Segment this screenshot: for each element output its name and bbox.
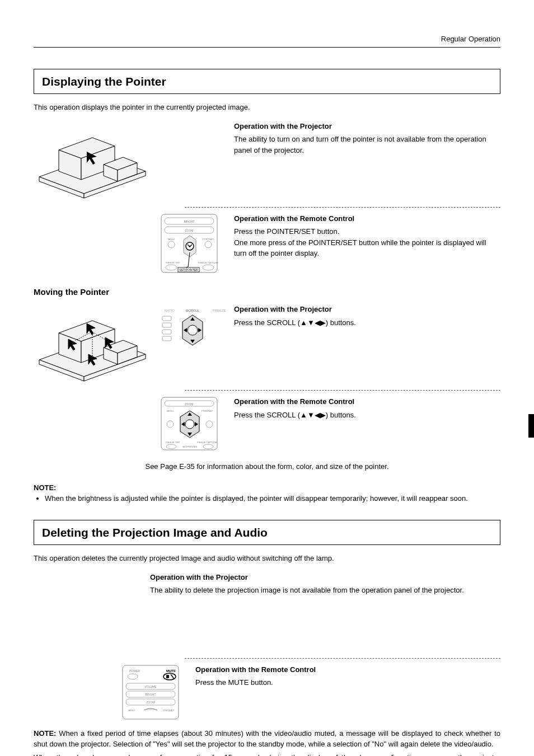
s1-remote-head: Operation with the Remote Control bbox=[234, 213, 500, 224]
section1-title-box: Displaying the Pointer bbox=[34, 69, 500, 95]
arrow-glyphs-2: ▲▼◀▶ bbox=[300, 411, 326, 419]
section2-intro: This operation deletes the currently pro… bbox=[34, 553, 500, 564]
page-header: Regular Operation bbox=[34, 34, 500, 48]
note2-p1: NOTE: When a fixed period of time elapse… bbox=[34, 728, 500, 750]
dashed-separator bbox=[185, 207, 500, 208]
projector-panel-scroll-illustration: RATIO FREEZE SCROLL bbox=[159, 304, 226, 360]
dashed-separator-3 bbox=[185, 658, 500, 659]
svg-text:FREEZE CAPTURE: FREEZE CAPTURE bbox=[197, 441, 217, 444]
mp-post: ) buttons. bbox=[326, 318, 356, 327]
s1-remote-body1: Press the POINTER/SET button. bbox=[234, 226, 500, 237]
remote-pointer-illustration: BRIGHT ZOOM MENU PORTRAIT FREEZE OFF FRE… bbox=[159, 213, 226, 275]
s1-proj-body: The ability to turn on and turn off the … bbox=[234, 134, 500, 156]
illustration-pointer-moving bbox=[34, 304, 151, 382]
svg-text:MENU: MENU bbox=[128, 709, 135, 712]
svg-text:BRIGHT: BRIGHT bbox=[184, 220, 195, 223]
moving-proj-head: Operation with the Projector bbox=[234, 304, 500, 315]
section1-title: Displaying the Pointer bbox=[42, 73, 492, 91]
note2-p2: When there has been an absence of an ope… bbox=[34, 752, 500, 757]
svg-point-49 bbox=[188, 325, 198, 335]
s2-remote-head: Operation with the Remote Control bbox=[195, 664, 500, 675]
s2-proj-head: Operation with the Projector bbox=[150, 572, 500, 583]
svg-text:SET/POINTER: SET/POINTER bbox=[179, 268, 198, 271]
svg-text:FREEZE CAPTURE: FREEZE CAPTURE bbox=[198, 261, 218, 264]
side-tab bbox=[528, 414, 534, 438]
svg-text:RATIO: RATIO bbox=[165, 309, 175, 312]
chapter-title: Regular Operation bbox=[441, 35, 500, 43]
note2-text1: When a fixed period of time elapses (abo… bbox=[34, 729, 500, 749]
svg-text:MENU: MENU bbox=[168, 238, 175, 241]
see-page-note: See Page E-35 for information about the … bbox=[34, 461, 500, 472]
arrow-glyphs: ▲▼◀▶ bbox=[300, 318, 326, 327]
mr-post: ) buttons. bbox=[326, 411, 356, 419]
svg-text:SET/POINTER: SET/POINTER bbox=[182, 445, 198, 448]
svg-text:MUTE: MUTE bbox=[166, 669, 176, 673]
svg-rect-81 bbox=[166, 675, 169, 678]
note2-label: NOTE: bbox=[34, 729, 56, 738]
svg-point-66 bbox=[185, 420, 194, 429]
svg-text:FREEZE: FREEZE bbox=[213, 309, 226, 312]
svg-text:SCROLL: SCROLL bbox=[186, 309, 200, 312]
s1-remote-body2: One more press of the POINTER/SET button… bbox=[234, 237, 500, 259]
moving-proj-body: Press the SCROLL (▲▼◀▶) buttons. bbox=[234, 317, 500, 328]
s2-remote-body: Press the MUTE button. bbox=[195, 677, 500, 688]
section2-title: Deleting the Projection Image and Audio bbox=[42, 524, 492, 542]
mp-pre: Press the SCROLL ( bbox=[234, 318, 300, 327]
section2-title-box: Deleting the Projection Image and Audio bbox=[34, 520, 500, 546]
section1-intro: This operation displays the pointer in t… bbox=[34, 102, 500, 113]
svg-text:POWER: POWER bbox=[129, 669, 140, 673]
note1-label: NOTE: bbox=[34, 483, 56, 492]
svg-text:ZOOM: ZOOM bbox=[185, 229, 194, 232]
remote-scroll-illustration: ZOOM MENU PORTRAIT FREEZE OFF FREEZE CAP… bbox=[159, 396, 226, 452]
note-block-1: NOTE: When the brightness is adjusted wh… bbox=[34, 482, 500, 504]
svg-text:BRIGHT: BRIGHT bbox=[146, 693, 156, 696]
svg-text:PORTRAIT: PORTRAIT bbox=[203, 238, 214, 241]
moving-title: Moving the Pointer bbox=[34, 286, 500, 299]
svg-text:PORTRAIT: PORTRAIT bbox=[202, 410, 213, 412]
svg-text:VOLUME: VOLUME bbox=[144, 685, 157, 688]
svg-text:ZOOM: ZOOM bbox=[147, 701, 155, 704]
s1-proj-head: Operation with the Projector bbox=[234, 121, 500, 132]
illustration-pointer-static bbox=[34, 121, 151, 199]
svg-text:MENU: MENU bbox=[167, 410, 174, 412]
svg-text:FREEZE OFF: FREEZE OFF bbox=[166, 441, 180, 444]
dashed-separator-2 bbox=[185, 390, 500, 391]
s2-proj-body: The ability to delete the projection ima… bbox=[150, 585, 500, 596]
remote-mute-wrap: POWER MUTE VOLUME BRIGHT ZOOM MENU PORTR… bbox=[34, 664, 188, 720]
svg-point-21 bbox=[189, 245, 190, 246]
moving-remote-body: Press the SCROLL (▲▼◀▶) buttons. bbox=[234, 410, 500, 421]
moving-remote-head: Operation with the Remote Control bbox=[234, 396, 500, 407]
svg-text:ZOOM: ZOOM bbox=[185, 402, 194, 406]
remote-mute-illustration: POWER MUTE VOLUME BRIGHT ZOOM MENU PORTR… bbox=[120, 664, 188, 720]
svg-text:FREEZE OFF: FREEZE OFF bbox=[166, 261, 180, 264]
mr-pre: Press the SCROLL ( bbox=[234, 411, 300, 419]
note1-bullet: When the brightness is adjusted while th… bbox=[45, 493, 500, 504]
svg-text:PORTRAIT: PORTRAIT bbox=[163, 709, 175, 712]
